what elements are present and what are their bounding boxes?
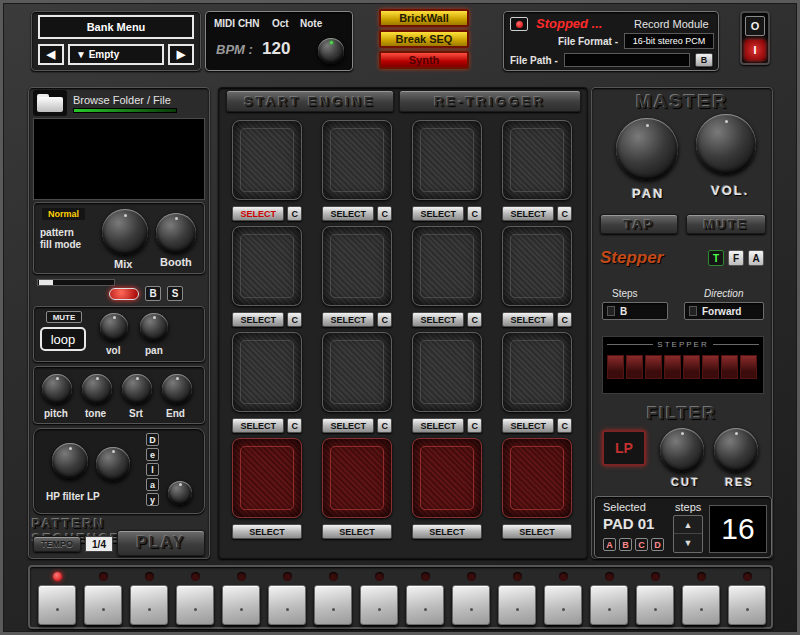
step-key[interactable] (314, 585, 352, 625)
pad-select-button[interactable]: SELECT (412, 524, 482, 539)
pad-select-button[interactable]: SELECT (502, 418, 554, 433)
pad-select-button[interactable]: SELECT (322, 524, 392, 539)
pad-c-button[interactable]: C (467, 206, 482, 221)
mini-scrollbar[interactable] (37, 279, 115, 286)
b-transport-button[interactable]: B (145, 286, 161, 301)
loop-mute-button[interactable]: MUTE (46, 311, 82, 323)
pad-select-button[interactable]: SELECT (412, 206, 464, 221)
mini-scrollbar-handle[interactable] (39, 280, 53, 285)
drum-pad[interactable] (502, 438, 572, 518)
pad-c-button[interactable]: C (287, 312, 302, 327)
drum-pad[interactable] (412, 332, 482, 412)
stepper-a-button[interactable]: A (748, 250, 764, 266)
steps-b-button[interactable]: B (602, 302, 668, 320)
brickwall-button[interactable]: BrickWall (379, 9, 469, 27)
loop-pan-knob[interactable] (140, 313, 168, 341)
booth-knob[interactable] (156, 213, 196, 253)
pad-select-button[interactable]: SELECT (412, 418, 464, 433)
pad-c-button[interactable]: C (377, 206, 392, 221)
pad-select-button[interactable]: SELECT (322, 206, 374, 221)
step-key[interactable] (682, 585, 720, 625)
drum-pad[interactable] (322, 226, 392, 306)
drum-pad[interactable] (322, 332, 392, 412)
bpm-knob[interactable] (318, 38, 344, 64)
file-path-browse-button[interactable]: B (695, 53, 713, 67)
start-engine-button[interactable]: START ENGINE (226, 90, 394, 112)
filter-lp-button[interactable]: LP (602, 430, 646, 466)
play-transport-button[interactable] (109, 288, 139, 300)
filter-cut-knob[interactable] (660, 428, 704, 472)
pad-c-button[interactable]: C (557, 418, 572, 433)
step-key[interactable] (222, 585, 260, 625)
drum-pad[interactable] (232, 120, 302, 200)
step-key[interactable] (636, 585, 674, 625)
step-key[interactable] (84, 585, 122, 625)
pad-select-button[interactable]: SELECT (322, 312, 374, 327)
pad-c-button[interactable]: C (557, 312, 572, 327)
drum-pad[interactable] (502, 226, 572, 306)
file-path-input[interactable] (564, 53, 690, 67)
synth-button[interactable]: Synth (379, 51, 469, 69)
bank-prev-button[interactable]: ◀ (38, 44, 64, 65)
drum-pad[interactable] (322, 438, 392, 518)
s-transport-button[interactable]: S (167, 286, 183, 301)
hp-knob[interactable] (52, 443, 88, 479)
pad-select-button[interactable]: SELECT (232, 206, 284, 221)
master-vol-knob[interactable] (696, 114, 756, 174)
pad-select-button[interactable]: SELECT (502, 206, 554, 221)
drum-pad[interactable] (232, 438, 302, 518)
master-pan-knob[interactable] (616, 118, 678, 180)
filter-res-knob[interactable] (714, 428, 758, 472)
step-key[interactable] (268, 585, 306, 625)
step-key[interactable] (360, 585, 398, 625)
drum-pad[interactable] (322, 120, 392, 200)
bank-button-a[interactable]: A (603, 538, 616, 551)
pad-c-button[interactable]: C (557, 206, 572, 221)
drum-pad[interactable] (502, 120, 572, 200)
steps-spinner-down[interactable]: ▼ (674, 534, 702, 552)
drum-pad[interactable] (412, 438, 482, 518)
tone-knob[interactable] (82, 374, 112, 404)
pad-select-button[interactable]: SELECT (412, 312, 464, 327)
pad-select-button[interactable]: SELECT (322, 418, 374, 433)
power-switch[interactable]: O I (740, 11, 770, 65)
end-knob[interactable] (162, 374, 192, 404)
pad-c-button[interactable]: C (467, 418, 482, 433)
step-key[interactable] (728, 585, 766, 625)
break-seq-button[interactable]: Break SEQ (379, 30, 469, 48)
pad-c-button[interactable]: C (377, 312, 392, 327)
direction-forward-button[interactable]: Forward (684, 302, 764, 320)
pad-c-button[interactable]: C (287, 206, 302, 221)
drum-pad[interactable] (502, 332, 572, 412)
pad-select-button[interactable]: SELECT (502, 524, 572, 539)
drum-pad[interactable] (412, 120, 482, 200)
step-key[interactable] (590, 585, 628, 625)
browse-folder-button[interactable] (33, 90, 67, 116)
stepper-f-button[interactable]: F (728, 250, 744, 266)
pad-select-button[interactable]: SELECT (502, 312, 554, 327)
lp-knob[interactable] (96, 447, 130, 481)
tempo-button[interactable]: TEMPO (33, 536, 81, 552)
master-mute-button[interactable]: MUTE (686, 214, 766, 234)
pad-c-button[interactable]: C (287, 418, 302, 433)
drum-pad[interactable] (412, 226, 482, 306)
play-button[interactable]: PLAY (117, 530, 205, 556)
loop-vol-knob[interactable] (100, 313, 128, 341)
bank-next-button[interactable]: ▶ (168, 44, 194, 65)
bank-select-dropdown[interactable]: ▼ Empty (68, 44, 164, 65)
step-key[interactable] (544, 585, 582, 625)
step-key[interactable] (406, 585, 444, 625)
mix-knob[interactable] (102, 209, 148, 255)
drum-pad[interactable] (232, 226, 302, 306)
srt-knob[interactable] (122, 374, 152, 404)
step-key[interactable] (38, 585, 76, 625)
bank-button-c[interactable]: C (635, 538, 648, 551)
steps-spinner-up[interactable]: ▲ (674, 516, 702, 534)
drum-pad[interactable] (232, 332, 302, 412)
step-key[interactable] (176, 585, 214, 625)
stepper-t-button[interactable]: T (708, 250, 724, 266)
pitch-knob[interactable] (42, 374, 72, 404)
step-key[interactable] (130, 585, 168, 625)
record-button[interactable] (510, 17, 528, 31)
step-key[interactable] (452, 585, 490, 625)
